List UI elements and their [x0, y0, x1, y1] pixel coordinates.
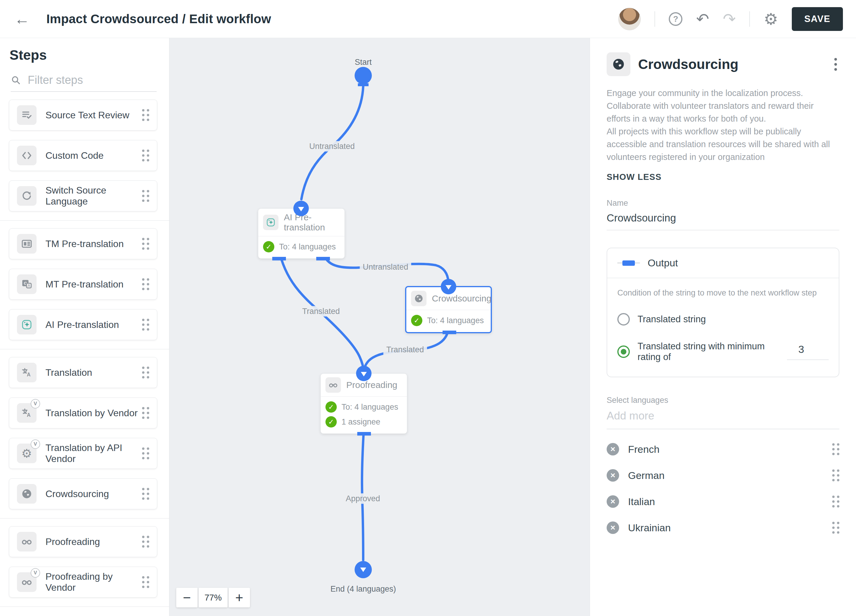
radio-translated-string[interactable] — [617, 313, 630, 325]
show-less-link[interactable]: SHOW LESS — [607, 172, 839, 182]
end-label: End (4 languages) — [331, 585, 396, 594]
group-divider — [0, 607, 169, 607]
avatar[interactable] — [618, 8, 641, 30]
step-label: Translation — [45, 367, 92, 378]
filter-steps-input[interactable] — [28, 74, 157, 86]
edge-label: Untranslated — [306, 141, 357, 152]
save-button[interactable]: SAVE — [792, 7, 843, 31]
drag-handle-icon[interactable] — [142, 407, 149, 419]
input-port[interactable] — [293, 201, 309, 216]
name-input[interactable] — [607, 208, 839, 230]
back-arrow-icon[interactable]: ← — [14, 11, 30, 27]
gear-icon[interactable]: ⚙ — [764, 11, 778, 27]
step-ai-pre-translation[interactable]: AI Pre-translation — [9, 309, 157, 340]
step-translation-by-api-vendor[interactable]: V⚙ Translation by API Vendor — [9, 438, 157, 469]
step-label: AI Pre-translation — [45, 319, 119, 330]
node-badge: To: 4 languages — [342, 402, 398, 412]
language-row-french: × French — [607, 443, 839, 456]
end-node[interactable] — [354, 561, 372, 578]
node-badge: To: 4 languages — [279, 242, 336, 251]
drag-handle-icon[interactable] — [142, 278, 149, 290]
remove-language-icon[interactable]: × — [607, 522, 619, 534]
drag-handle-icon[interactable] — [142, 536, 149, 548]
step-custom-code[interactable]: Custom Code — [9, 140, 157, 171]
select-languages-label: Select languages — [607, 396, 839, 405]
zoom-out-button[interactable]: − — [176, 588, 198, 607]
steps-sidebar: Steps Source Text Review Custom Code Swi… — [0, 38, 169, 616]
drag-handle-icon[interactable] — [142, 149, 149, 162]
check-icon: ✓ — [325, 416, 337, 428]
globe-icon — [411, 291, 426, 306]
help-icon[interactable]: ? — [669, 12, 682, 26]
node-title: Proofreading — [346, 380, 397, 390]
drag-handle-icon[interactable] — [832, 496, 839, 508]
step-label: Custom Code — [45, 150, 104, 161]
drag-handle-icon[interactable] — [142, 238, 149, 250]
page-title: Impact Crowdsourced / Edit workflow — [46, 12, 271, 26]
undo-icon[interactable]: ↶ — [696, 11, 709, 27]
translate-icon: VA — [17, 403, 37, 423]
step-mt-pre-translation[interactable]: GA MT Pre-translation — [9, 269, 157, 300]
zoom-in-button[interactable]: + — [229, 588, 250, 607]
input-port[interactable] — [356, 366, 371, 381]
step-switch-source-language[interactable]: Switch Source Language — [9, 180, 157, 211]
add-language-input[interactable] — [607, 405, 839, 429]
drag-handle-icon[interactable] — [142, 190, 149, 202]
drag-handle-icon[interactable] — [832, 470, 839, 481]
remove-language-icon[interactable]: × — [607, 469, 619, 482]
zoom-toolbar: − 77% + — [176, 588, 250, 607]
output-port[interactable] — [272, 257, 286, 260]
code-icon — [17, 146, 37, 165]
step-description: Engage your community in the localizatio… — [607, 87, 839, 163]
step-source-text-review[interactable]: Source Text Review — [9, 100, 157, 131]
ai-sparkle-icon — [263, 215, 279, 230]
language-row-italian: × Italian — [607, 495, 839, 508]
kebab-menu-icon[interactable] — [832, 55, 839, 73]
workflow-canvas[interactable]: Start Untranslated Untranslated Translat… — [169, 38, 590, 616]
start-node[interactable] — [354, 67, 372, 84]
step-translation[interactable]: A Translation — [9, 357, 157, 388]
sync-icon — [17, 186, 37, 206]
step-label: TM Pre-translation — [45, 239, 124, 249]
drag-handle-icon[interactable] — [832, 522, 839, 534]
check-icon: ✓ — [263, 241, 274, 253]
check-icon: ✓ — [411, 315, 422, 326]
drag-handle-icon[interactable] — [142, 576, 149, 588]
node-proofreading[interactable]: Proofreading ✓To: 4 languages ✓1 assigne… — [320, 373, 407, 434]
drag-handle-icon[interactable] — [142, 319, 149, 331]
step-tm-pre-translation[interactable]: TM Pre-translation — [9, 228, 157, 259]
remove-language-icon[interactable]: × — [607, 443, 619, 456]
output-port[interactable] — [357, 432, 371, 436]
step-proofreading[interactable]: Proofreading — [9, 526, 157, 557]
step-label: Translation by Vendor — [45, 408, 138, 419]
mt-icon: GA — [17, 274, 37, 294]
output-connector-icon — [617, 260, 640, 266]
drag-handle-icon[interactable] — [142, 488, 149, 500]
drag-handle-icon[interactable] — [142, 367, 149, 379]
filter-steps-row — [11, 74, 157, 92]
language-row-german: × German — [607, 469, 839, 482]
radio-translated-min-rating[interactable] — [617, 345, 630, 358]
output-port[interactable] — [316, 257, 330, 260]
drag-handle-icon[interactable] — [142, 109, 149, 121]
input-port[interactable] — [441, 279, 456, 294]
node-title: Crowdsourcing — [432, 293, 491, 303]
workflow-edges — [169, 38, 590, 616]
glasses-icon: V — [17, 572, 37, 592]
svg-text:A: A — [27, 412, 31, 418]
drag-handle-icon[interactable] — [832, 443, 839, 455]
translate-icon: A — [17, 363, 37, 382]
remove-language-icon[interactable]: × — [607, 495, 619, 508]
node-title: AI Pre-translation — [284, 212, 340, 233]
output-port[interactable] — [443, 331, 456, 334]
globe-icon — [17, 484, 37, 504]
node-badge: To: 4 languages — [427, 316, 484, 325]
step-translation-by-vendor[interactable]: VA Translation by Vendor — [9, 397, 157, 428]
drag-handle-icon[interactable] — [142, 447, 149, 459]
min-rating-input[interactable] — [787, 343, 829, 360]
step-crowdsourcing[interactable]: Crowdsourcing — [9, 478, 157, 509]
step-proofreading-by-vendor[interactable]: V Proofreading by Vendor — [9, 567, 157, 598]
divider — [654, 11, 655, 27]
condition-label: Condition of the string to move to the n… — [617, 288, 829, 297]
step-label: MT Pre-translation — [45, 279, 124, 290]
